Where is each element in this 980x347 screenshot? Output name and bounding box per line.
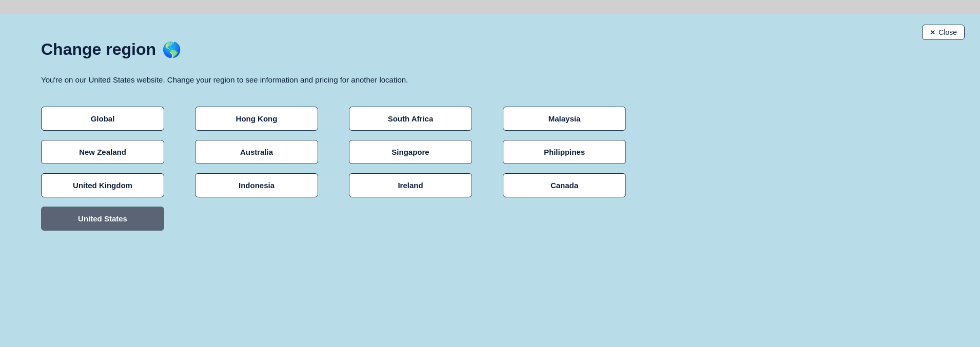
top-bar <box>0 0 980 14</box>
region-button-malaysia[interactable]: Malaysia <box>503 107 626 131</box>
close-button[interactable]: ✕ Close <box>922 25 965 40</box>
close-button-label: Close <box>938 28 957 36</box>
region-button-south-africa[interactable]: South Africa <box>349 107 472 131</box>
region-grid: GlobalHong KongSouth AfricaMalaysiaNew Z… <box>41 107 939 231</box>
main-content: ✕ Close Change region 🌎 You're on our Un… <box>0 14 980 347</box>
region-button-united-kingdom[interactable]: United Kingdom <box>41 173 164 197</box>
region-button-australia[interactable]: Australia <box>195 140 318 164</box>
page-title: Change region 🌎 <box>41 40 939 59</box>
region-button-indonesia[interactable]: Indonesia <box>195 173 318 197</box>
region-button-global[interactable]: Global <box>41 107 164 131</box>
region-button-hong-kong[interactable]: Hong Kong <box>195 107 318 131</box>
description-text: You're on our United States website. Cha… <box>41 74 431 86</box>
close-icon: ✕ <box>930 29 935 36</box>
region-button-united-states[interactable]: United States <box>41 207 164 231</box>
region-button-philippines[interactable]: Philippines <box>503 140 626 164</box>
region-button-canada[interactable]: Canada <box>503 173 626 197</box>
title-text: Change region <box>41 40 156 59</box>
region-button-new-zealand[interactable]: New Zealand <box>41 140 164 164</box>
region-button-singapore[interactable]: Singapore <box>349 140 472 164</box>
globe-icon: 🌎 <box>162 40 181 58</box>
region-button-ireland[interactable]: Ireland <box>349 173 472 197</box>
